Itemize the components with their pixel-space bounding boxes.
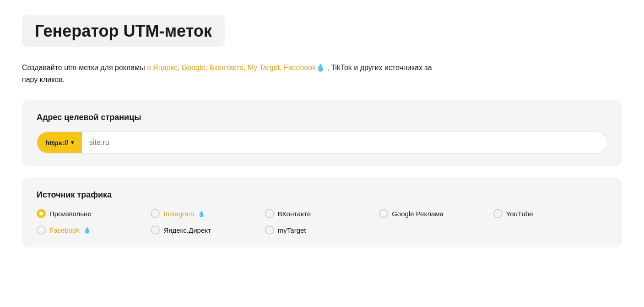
traffic-option-facebook[interactable]: Facebook💧: [37, 225, 151, 235]
radio-label-google-ads: Google Реклама: [392, 210, 444, 218]
radio-circle-google-ads: [379, 209, 388, 218]
url-text-input[interactable]: [82, 132, 607, 153]
protocol-value: https://: [45, 139, 68, 147]
chevron-down-icon: ▾: [71, 139, 74, 146]
radio-label-facebook: Facebook: [49, 226, 80, 234]
traffic-sources-grid: ПроизвольноInstagram💧ВКонтактеGoogle Рек…: [37, 209, 607, 235]
radio-circle-vkontakte: [265, 209, 274, 218]
radio-label-mytarget: myTarget: [278, 226, 306, 234]
radio-circle-mytarget: [265, 225, 274, 235]
radio-label-youtube: YouTube: [506, 210, 533, 218]
intro-prefix: Создавайте utm-метки для рекламы: [22, 64, 147, 71]
traffic-option-vkontakte[interactable]: ВКонтакте: [265, 209, 379, 218]
drop-icon-facebook: 💧: [83, 227, 91, 234]
protocol-selector[interactable]: https:// ▾: [37, 132, 82, 153]
traffic-option-yandex-direct[interactable]: Яндекс.Директ: [151, 225, 265, 235]
traffic-option-instagram[interactable]: Instagram💧: [151, 209, 265, 218]
drop-icon-instagram: 💧: [198, 210, 205, 217]
radio-label-arbitrary: Произвольно: [49, 210, 92, 218]
page-title-wrapper: Генератор UTM-меток: [22, 15, 225, 47]
url-input-row: https:// ▾: [37, 132, 607, 154]
radio-label-instagram: Instagram: [163, 210, 194, 218]
traffic-option-google-ads[interactable]: Google Реклама: [379, 209, 493, 218]
traffic-option-arbitrary[interactable]: Произвольно: [37, 209, 151, 218]
url-section-label: Адрес целевой страницы: [37, 113, 607, 122]
radio-circle-instagram: [151, 209, 160, 218]
page-title: Генератор UTM-меток: [35, 21, 212, 41]
radio-label-vkontakte: ВКонтакте: [278, 210, 311, 218]
radio-circle-facebook: [37, 225, 46, 235]
radio-circle-arbitrary: [37, 209, 46, 218]
traffic-section-label: Источник трафика: [37, 190, 607, 200]
traffic-option-youtube[interactable]: YouTube: [493, 209, 607, 218]
radio-circle-yandex-direct: [151, 225, 160, 235]
intro-text: Создавайте utm-метки для рекламы в Яндек…: [22, 62, 434, 85]
radio-circle-youtube: [493, 209, 503, 218]
traffic-option-mytarget[interactable]: myTarget: [265, 225, 379, 235]
traffic-section-card: Источник трафика ПроизвольноInstagram💧ВК…: [22, 177, 622, 247]
radio-label-yandex-direct: Яндекс.Директ: [163, 226, 211, 234]
url-section-card: Адрес целевой страницы https:// ▾: [22, 100, 622, 166]
intro-highlight: в Яндекс, Google, Вконтакте, My Target, …: [147, 64, 316, 71]
